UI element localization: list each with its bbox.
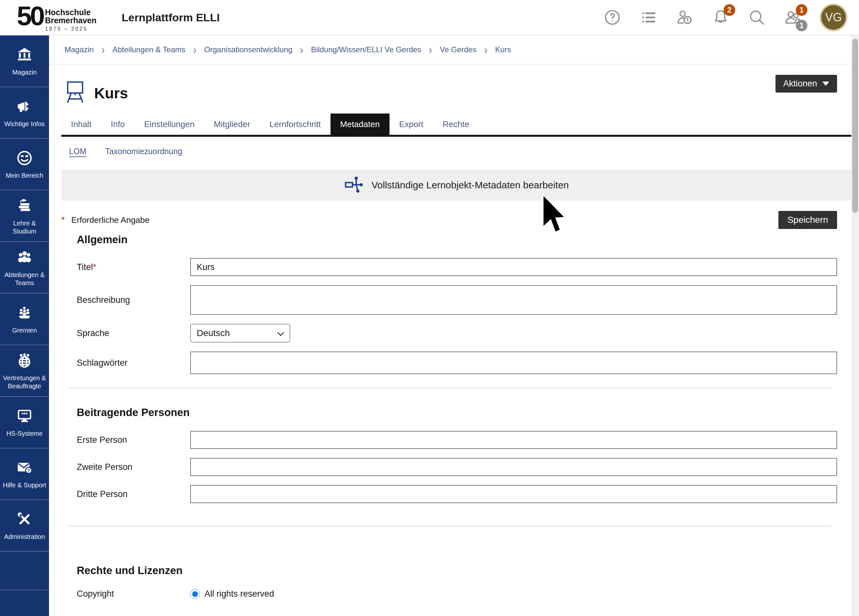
user-availability-icon[interactable] [675,8,694,27]
books-icon [16,197,34,216]
titel-label: Titel* [77,262,190,272]
breadcrumb-item[interactable]: Ve Gerdes [440,45,476,54]
field-row-dritte-person: Dritte Person [61,485,837,503]
actions-button-label: Aktionen [783,79,817,89]
field-row-titel: Titel* [61,258,837,276]
app-title: Lernplattform ELLI [122,11,220,24]
sidebar-item-magazin[interactable]: Magazin [0,36,49,87]
required-row: * Erforderliche Angabe Speichern [61,211,837,229]
top-header: 50 Hochschule Bremerhaven 1975 – 2025 Le… [0,0,859,36]
sidebar-item-mein-bereich[interactable]: Mein Bereich [0,139,49,190]
actions-button[interactable]: Aktionen [776,75,837,92]
sidebar-item-gremien[interactable]: Gremien [0,294,49,345]
metadata-form: * Erforderliche Angabe Speichern Allgeme… [61,211,851,599]
section-divider [67,526,831,526]
members-badge-orange: 1 [796,4,807,16]
sprache-selected-value: Deutsch [197,328,230,338]
sidebar: Magazin Wichtige Infos Mein Bereich Lehr… [0,36,49,616]
tab-rechte[interactable]: Rechte [433,114,479,135]
sidebar-item-hs-systeme[interactable]: *** HS-Systeme [0,397,49,448]
sprache-select[interactable]: Deutsch [190,324,290,342]
logo-50-text: 50 [17,3,43,29]
members-badge-gray: 1 [796,20,807,31]
globe-people-icon [16,352,34,371]
sidebar-item-label: Administration [4,533,45,541]
schlagwoerter-input[interactable] [190,352,837,374]
titel-input[interactable] [190,258,837,276]
main-content: Magazin › Abteilungen & Teams › Organisa… [49,36,851,616]
breadcrumb-item[interactable]: Bildung/Wissen/ELLI Ve Gerdes [311,45,422,54]
todo-list-icon[interactable] [639,8,658,27]
bank-icon [16,46,34,65]
tab-inhalt[interactable]: Inhalt [61,114,101,135]
tab-export[interactable]: Export [389,114,433,135]
university-logo[interactable]: 50 Hochschule Bremerhaven 1975 – 2025 [17,3,97,32]
mail-question-icon: ? [16,459,34,478]
subtab-bar: LOM Taxonomiezuordnung [69,144,851,158]
chevron-right-icon: › [193,43,196,57]
sidebar-item-abteilungen-teams[interactable]: Abteilungen & Teams [0,242,49,294]
monitor-icon: *** [16,407,34,426]
breadcrumb-item[interactable]: Magazin [64,45,94,54]
subtab-taxonomiezuordnung[interactable]: Taxonomiezuordnung [105,147,182,156]
chevron-right-icon: › [102,43,105,57]
chevron-right-icon: › [300,43,303,57]
erste-person-input[interactable] [190,431,837,449]
members-icon[interactable]: 1 1 [784,8,802,27]
sidebar-item-administration[interactable]: Administration [0,500,49,552]
sidebar-item-label: Magazin [12,68,37,77]
save-button[interactable]: Speichern [778,211,837,229]
group-icon [16,249,34,268]
edit-full-metadata-label: Vollständige Lernobjekt-Metadaten bearbe… [372,180,569,191]
breadcrumb-item[interactable]: Kurs [495,45,511,54]
notifications-bell-icon[interactable]: 2 [711,8,730,27]
sidebar-item-label: Abteilungen & Teams [1,271,48,287]
section-title-rechte: Rechte und Lizenzen [61,564,837,577]
tab-bar: Inhalt Info Einstellungen Mitglieder Ler… [61,114,851,137]
breadcrumb-item[interactable]: Organisationsentwicklung [204,45,292,54]
zweite-person-input[interactable] [190,458,837,476]
svg-text:***: *** [21,411,28,417]
tab-info[interactable]: Info [101,114,134,135]
field-row-zweite-person: Zweite Person [61,458,837,476]
course-easel-icon [64,80,86,106]
required-asterisk: * [93,262,97,272]
sidebar-item-label: Mein Bereich [6,172,44,180]
sidebar-item-vertretungen[interactable]: Vertretungen & Beauftragte [0,345,49,397]
search-icon[interactable] [747,8,766,27]
section-title-allgemein: Allgemein [61,233,837,246]
sidebar-item-wichtige-infos[interactable]: Wichtige Infos [0,87,49,139]
tools-icon [16,510,34,530]
sidebar-item-hilfe-support[interactable]: ? Hilfe & Support [0,448,49,500]
tab-mitglieder[interactable]: Mitglieder [204,114,260,135]
sidebar-item-lehre-studium[interactable]: Lehre & Studium [0,190,49,242]
required-asterisk: * [61,215,65,225]
sidebar-item-label: Gremien [12,327,37,335]
dritte-person-input[interactable] [190,485,837,503]
section-divider [67,388,831,388]
copyright-radio-row: All rights reserved [190,589,837,599]
caret-down-icon [822,81,829,86]
beschreibung-label: Beschreibung [77,295,190,305]
chevron-right-icon: › [429,43,432,57]
sprache-label: Sprache [77,328,190,338]
tab-einstellungen[interactable]: Einstellungen [134,114,204,135]
section-title-beitragende: Beitragende Personen [61,406,837,419]
breadcrumb-item[interactable]: Abteilungen & Teams [112,45,186,54]
scrollbar-thumb[interactable] [852,39,858,213]
tab-lernfortschritt[interactable]: Lernfortschritt [260,114,331,135]
sidebar-item-label: Vertretungen & Beauftragte [1,374,48,390]
subtab-lom[interactable]: LOM [69,147,86,156]
logo-line1: Hochschule [45,8,97,17]
chevron-right-icon: › [484,43,487,57]
tab-metadaten[interactable]: Metadaten [331,114,389,135]
help-icon[interactable] [603,8,622,27]
edit-full-metadata-banner[interactable]: Vollständige Lernobjekt-Metadaten bearbe… [61,170,851,201]
vertical-scrollbar[interactable] [851,36,859,616]
beschreibung-textarea[interactable] [190,285,837,315]
copyright-radio[interactable] [190,589,200,599]
copyright-label: Copyright [77,589,190,599]
avatar[interactable]: VG [820,3,847,31]
breadcrumb: Magazin › Abteilungen & Teams › Organisa… [49,36,851,64]
sidebar-item-label: Lehre & Studium [1,219,48,235]
